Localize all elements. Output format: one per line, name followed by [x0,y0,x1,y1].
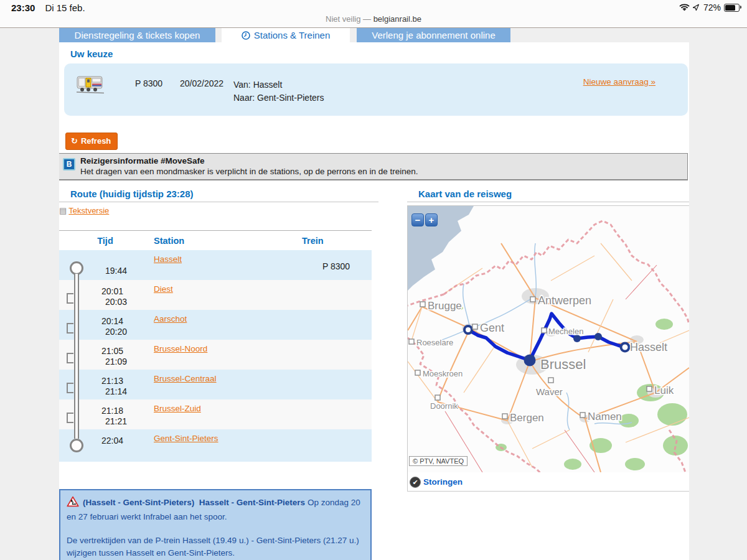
route-row: 22:04Gent-Sint-Pieters [59,429,372,462]
route-rows: 19:44HasseltP 830020:0120:03Diest20:1420… [59,250,372,462]
check-icon[interactable]: ✔ [410,477,421,488]
city-label: Brugge [428,300,462,312]
city-label: Mechelen [548,327,583,336]
map-heading: Kaart van de reisweg [418,189,512,199]
col-tijd: Tijd [87,236,123,246]
battery-icon [724,4,740,12]
route-table-header: Tijd Station Trein [59,230,372,251]
route-row: 21:1821:21Brussel-Zuid [59,399,372,429]
arrival-time: 20:01 [87,286,123,296]
route-row: 21:0521:09Brussel-Noord [59,340,372,370]
departure-time: 20:03 [91,297,127,307]
page-content: Uw keuze P 8300 20/02/2022 Van: Hass [59,42,689,560]
city-marker [435,395,440,400]
notice-paragraph: (Hasselt - Gent-Sint-Pieters) Hasselt - … [67,496,364,523]
security-label: Niet veilig — [326,14,371,24]
refresh-button[interactable]: ↻Refresh [65,133,118,150]
city-marker [472,324,477,329]
route-row: 21:1321:14Brussel-Centraal [59,370,372,399]
departure-time: 21:14 [91,386,127,396]
station-link[interactable]: Brussel-Zuid [154,404,201,413]
tab-abonnement[interactable]: Verleng je abonnement online [357,28,510,42]
city-marker [647,386,652,391]
departure-time: 19:44 [91,266,127,276]
new-request-link[interactable]: Nieuwe aanvraag » [583,77,655,86]
city-marker [542,328,547,333]
browser-top-bar: 23:30 Di 15 feb. 72% Niet veilig — belgi… [0,0,747,28]
station-link[interactable]: Brussel-Centraal [154,374,217,383]
map-attribution: © PTV, NAVTEQ [409,456,467,466]
banner-title: Reizigersinformatie #MoveSafe [80,156,205,166]
city-marker [409,339,414,344]
clock-date: Di 15 feb. [45,2,85,13]
zoom-in-button[interactable]: + [425,213,438,226]
arrival-time: 21:05 [87,346,123,356]
route-heading: Route (huidig tijdstip 23:28) [70,189,194,199]
location-arrow-icon [693,2,700,12]
city-label: Doornik [430,401,458,411]
warning-icon [67,496,79,511]
clock-time: 23:30 [11,2,35,13]
site-tabs: Dienstregeling & tickets kopen Stations … [0,28,747,42]
info-banner: B Reizigersinformatie #MoveSafe Het drag… [59,153,688,180]
station-link[interactable]: Hasselt [154,254,182,264]
destination: Naar: Gent-Sint-Pieters [233,91,324,105]
arrival-time: 22:04 [87,436,123,446]
col-station: Station [154,236,184,246]
city-label: Gent [480,322,504,334]
station-link[interactable]: Diest [154,284,173,294]
document-icon: ▤ [59,206,67,215]
tab-stations-treinen[interactable]: Stations & Treinen [222,28,350,42]
uw-keuze-heading: Uw keuze [70,49,113,59]
address-bar[interactable]: Niet veilig — belgianrail.be [0,14,747,24]
route-map[interactable]: BruggeAntwerpenGentMechelenRoeselareHass… [408,206,689,472]
arrival-time: 20:14 [87,316,123,326]
city-label: Antwerpen [538,294,591,307]
origin-destination: Van: Hasselt Naar: Gent-Sint-Pieters [233,78,324,105]
tab-dienstregeling[interactable]: Dienstregeling & tickets kopen [59,28,215,42]
battery-percent: 72% [703,2,721,12]
city-marker [530,297,535,302]
clock-icon [242,29,250,44]
storingen-label[interactable]: Storingen [423,477,463,487]
status-left: 23:30 Di 15 feb. [11,2,85,13]
station-link[interactable]: Aarschot [154,314,187,324]
city-label: Brussel [540,357,586,372]
map-zoom-controls: − + [411,213,438,226]
route-start-hasselt [621,343,629,352]
city-marker [548,378,553,383]
station-link[interactable]: Brussel-Noord [154,344,207,353]
city-label: Hasselt [630,341,667,353]
text-version-link[interactable]: Tekstversie [68,206,109,215]
city-label: Moeskroen [423,369,463,378]
origin: Van: Hasselt [233,78,324,91]
city-label: Namen [588,411,622,422]
arrival-time: 21:13 [87,376,123,386]
col-trein: Trein [302,236,324,246]
refresh-icon: ↻ [71,136,78,146]
arrival-time: 21:18 [87,406,123,416]
route-end-gent [464,326,472,334]
screen: 23:30 Di 15 feb. 72% Niet veilig — belgi… [0,0,747,560]
train-icon [77,73,104,97]
notice-paragraph: De vertrektijden van de P-trein Hasselt … [67,534,364,559]
banner-text: Het dragen van een mondmasker is verplic… [80,167,418,176]
train-number: P 8300 [135,78,162,88]
zoom-out-button[interactable]: − [411,213,424,226]
city-marker [415,370,420,375]
departure-time: 20:20 [91,327,127,337]
city-marker [502,414,507,419]
travel-date: 20/02/2022 [180,78,223,88]
route-row: 20:1420:20Aarschot [59,310,372,340]
route-stop-dot-brussel [524,355,536,366]
journey-map-panel: BruggeAntwerpenGentMechelenRoeselareHass… [407,205,689,492]
station-link[interactable]: Gent-Sint-Pieters [154,434,218,443]
city-marker [420,302,425,307]
city-label: Bergen [510,412,544,424]
city-label: Waver [536,386,563,397]
status-right: 72% [679,2,740,12]
text-version: ▤Tekstversie [59,206,109,215]
selection-summary: P 8300 20/02/2022 Van: Hasselt Naar: Gen… [64,63,688,116]
route-row: 20:0120:03Diest [59,280,372,310]
departure-time: 21:09 [91,357,127,366]
